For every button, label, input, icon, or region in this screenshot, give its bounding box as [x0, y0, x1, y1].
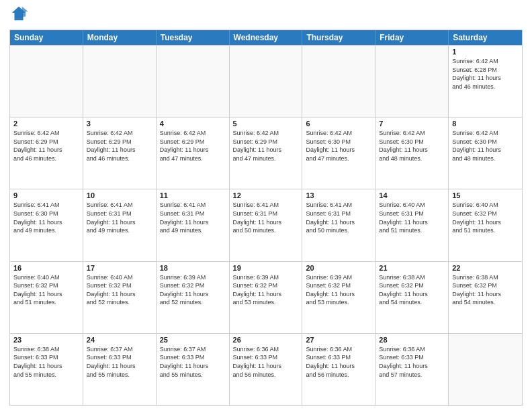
cell-info: Sunrise: 6:40 AM Sunset: 6:31 PM Dayligh… — [379, 201, 445, 234]
day-number: 21 — [379, 264, 445, 272]
cal-row-2: 9Sunrise: 6:41 AM Sunset: 6:30 PM Daylig… — [10, 189, 522, 261]
cal-cell-r4-c2: 25Sunrise: 6:37 AM Sunset: 6:33 PM Dayli… — [157, 334, 230, 405]
cell-info: Sunrise: 6:42 AM Sunset: 6:29 PM Dayligh… — [13, 129, 79, 163]
cell-info: Sunrise: 6:41 AM Sunset: 6:31 PM Dayligh… — [87, 201, 152, 234]
day-number: 19 — [233, 264, 299, 272]
cell-info: Sunrise: 6:39 AM Sunset: 6:32 PM Dayligh… — [160, 273, 226, 307]
day-number: 17 — [87, 264, 152, 272]
day-number: 6 — [306, 120, 371, 128]
cal-cell-r0-c6: 1Sunrise: 6:42 AM Sunset: 6:28 PM Daylig… — [449, 46, 522, 117]
cal-cell-r2-c6: 15Sunrise: 6:40 AM Sunset: 6:32 PM Dayli… — [449, 189, 522, 261]
cell-info: Sunrise: 6:36 AM Sunset: 6:33 PM Dayligh… — [379, 345, 445, 379]
cal-cell-r3-c1: 17Sunrise: 6:40 AM Sunset: 6:32 PM Dayli… — [83, 262, 157, 333]
cal-cell-r1-c0: 2Sunrise: 6:42 AM Sunset: 6:29 PM Daylig… — [10, 118, 83, 189]
cal-cell-r3-c2: 18Sunrise: 6:39 AM Sunset: 6:32 PM Dayli… — [157, 262, 230, 333]
cell-info: Sunrise: 6:42 AM Sunset: 6:28 PM Dayligh… — [452, 57, 519, 91]
day-number: 25 — [160, 336, 226, 344]
cell-info: Sunrise: 6:38 AM Sunset: 6:32 PM Dayligh… — [452, 273, 519, 307]
cal-cell-r0-c5 — [375, 46, 449, 117]
day-number: 24 — [87, 336, 152, 344]
cal-cell-r1-c4: 6Sunrise: 6:42 AM Sunset: 6:30 PM Daylig… — [302, 118, 375, 189]
cal-row-1: 2Sunrise: 6:42 AM Sunset: 6:29 PM Daylig… — [10, 117, 522, 189]
cell-info: Sunrise: 6:39 AM Sunset: 6:32 PM Dayligh… — [306, 273, 371, 307]
cal-cell-r1-c5: 7Sunrise: 6:42 AM Sunset: 6:30 PM Daylig… — [375, 118, 449, 189]
day-number: 15 — [452, 191, 519, 199]
cal-cell-r2-c0: 9Sunrise: 6:41 AM Sunset: 6:30 PM Daylig… — [10, 189, 83, 261]
day-number: 11 — [160, 191, 226, 199]
day-number: 23 — [13, 336, 79, 344]
day-number: 9 — [13, 191, 79, 199]
day-number: 27 — [306, 336, 371, 344]
cal-row-3: 16Sunrise: 6:40 AM Sunset: 6:32 PM Dayli… — [10, 261, 522, 333]
cal-cell-r3-c0: 16Sunrise: 6:40 AM Sunset: 6:32 PM Dayli… — [10, 262, 83, 333]
cal-row-4: 23Sunrise: 6:38 AM Sunset: 6:33 PM Dayli… — [10, 333, 522, 405]
cell-info: Sunrise: 6:39 AM Sunset: 6:32 PM Dayligh… — [233, 273, 299, 307]
cal-cell-r0-c3 — [230, 46, 303, 117]
day-number: 3 — [87, 120, 152, 128]
cell-info: Sunrise: 6:42 AM Sunset: 6:29 PM Dayligh… — [87, 129, 152, 163]
day-number: 28 — [379, 336, 445, 344]
cell-info: Sunrise: 6:41 AM Sunset: 6:31 PM Dayligh… — [233, 201, 299, 234]
cell-info: Sunrise: 6:40 AM Sunset: 6:32 PM Dayligh… — [452, 201, 519, 234]
header-day-wednesday: Wednesday — [230, 30, 303, 45]
svg-marker-1 — [22, 7, 28, 17]
cal-cell-r2-c4: 13Sunrise: 6:41 AM Sunset: 6:31 PM Dayli… — [302, 189, 375, 261]
day-number: 26 — [233, 336, 299, 344]
day-number: 13 — [306, 191, 371, 199]
day-number: 8 — [452, 120, 519, 128]
cal-cell-r1-c2: 4Sunrise: 6:42 AM Sunset: 6:29 PM Daylig… — [157, 118, 230, 189]
cell-info: Sunrise: 6:36 AM Sunset: 6:33 PM Dayligh… — [306, 345, 371, 379]
cell-info: Sunrise: 6:42 AM Sunset: 6:29 PM Dayligh… — [233, 129, 299, 163]
cal-cell-r3-c3: 19Sunrise: 6:39 AM Sunset: 6:32 PM Dayli… — [230, 262, 303, 333]
cell-info: Sunrise: 6:40 AM Sunset: 6:32 PM Dayligh… — [13, 273, 79, 307]
cal-cell-r4-c4: 27Sunrise: 6:36 AM Sunset: 6:33 PM Dayli… — [302, 334, 375, 405]
cell-info: Sunrise: 6:37 AM Sunset: 6:33 PM Dayligh… — [160, 345, 226, 379]
cell-info: Sunrise: 6:38 AM Sunset: 6:32 PM Dayligh… — [379, 273, 445, 307]
header-day-thursday: Thursday — [302, 30, 375, 45]
cell-info: Sunrise: 6:40 AM Sunset: 6:32 PM Dayligh… — [87, 273, 152, 307]
calendar: SundayMondayTuesdayWednesdayThursdayFrid… — [9, 30, 523, 406]
header-day-tuesday: Tuesday — [157, 30, 230, 45]
logo-icon — [9, 4, 28, 23]
cal-cell-r1-c6: 8Sunrise: 6:42 AM Sunset: 6:30 PM Daylig… — [449, 118, 522, 189]
header-day-monday: Monday — [83, 30, 157, 45]
calendar-header: SundayMondayTuesdayWednesdayThursdayFrid… — [10, 30, 522, 45]
page: SundayMondayTuesdayWednesdayThursdayFrid… — [0, 0, 532, 411]
day-number: 7 — [379, 120, 445, 128]
cal-cell-r4-c0: 23Sunrise: 6:38 AM Sunset: 6:33 PM Dayli… — [10, 334, 83, 405]
cal-cell-r0-c1 — [83, 46, 157, 117]
calendar-body: 1Sunrise: 6:42 AM Sunset: 6:28 PM Daylig… — [10, 45, 522, 405]
day-number: 12 — [233, 191, 299, 199]
day-number: 14 — [379, 191, 445, 199]
header-day-friday: Friday — [375, 30, 449, 45]
day-number: 5 — [233, 120, 299, 128]
header — [9, 7, 523, 26]
cal-cell-r3-c5: 21Sunrise: 6:38 AM Sunset: 6:32 PM Dayli… — [375, 262, 449, 333]
day-number: 4 — [160, 120, 226, 128]
header-day-sunday: Sunday — [10, 30, 83, 45]
day-number: 20 — [306, 264, 371, 272]
cal-cell-r3-c6: 22Sunrise: 6:38 AM Sunset: 6:32 PM Dayli… — [449, 262, 522, 333]
cell-info: Sunrise: 6:41 AM Sunset: 6:31 PM Dayligh… — [160, 201, 226, 234]
cal-row-0: 1Sunrise: 6:42 AM Sunset: 6:28 PM Daylig… — [10, 45, 522, 117]
header-day-saturday: Saturday — [449, 30, 522, 45]
cal-cell-r1-c1: 3Sunrise: 6:42 AM Sunset: 6:29 PM Daylig… — [83, 118, 157, 189]
cell-info: Sunrise: 6:42 AM Sunset: 6:30 PM Dayligh… — [379, 129, 445, 163]
day-number: 10 — [87, 191, 152, 199]
day-number: 1 — [452, 48, 519, 56]
cell-info: Sunrise: 6:41 AM Sunset: 6:30 PM Dayligh… — [13, 201, 79, 234]
cal-cell-r3-c4: 20Sunrise: 6:39 AM Sunset: 6:32 PM Dayli… — [302, 262, 375, 333]
cal-cell-r2-c3: 12Sunrise: 6:41 AM Sunset: 6:31 PM Dayli… — [230, 189, 303, 261]
cal-cell-r4-c1: 24Sunrise: 6:37 AM Sunset: 6:33 PM Dayli… — [83, 334, 157, 405]
cell-info: Sunrise: 6:37 AM Sunset: 6:33 PM Dayligh… — [87, 345, 152, 379]
cal-cell-r0-c0 — [10, 46, 83, 117]
cal-cell-r4-c5: 28Sunrise: 6:36 AM Sunset: 6:33 PM Dayli… — [375, 334, 449, 405]
cal-cell-r0-c4 — [302, 46, 375, 117]
cell-info: Sunrise: 6:41 AM Sunset: 6:31 PM Dayligh… — [306, 201, 371, 234]
cal-cell-r2-c1: 10Sunrise: 6:41 AM Sunset: 6:31 PM Dayli… — [83, 189, 157, 261]
day-number: 22 — [452, 264, 519, 272]
cell-info: Sunrise: 6:38 AM Sunset: 6:33 PM Dayligh… — [13, 345, 79, 379]
cell-info: Sunrise: 6:42 AM Sunset: 6:30 PM Dayligh… — [306, 129, 371, 163]
cell-info: Sunrise: 6:42 AM Sunset: 6:30 PM Dayligh… — [452, 129, 519, 163]
day-number: 16 — [13, 264, 79, 272]
